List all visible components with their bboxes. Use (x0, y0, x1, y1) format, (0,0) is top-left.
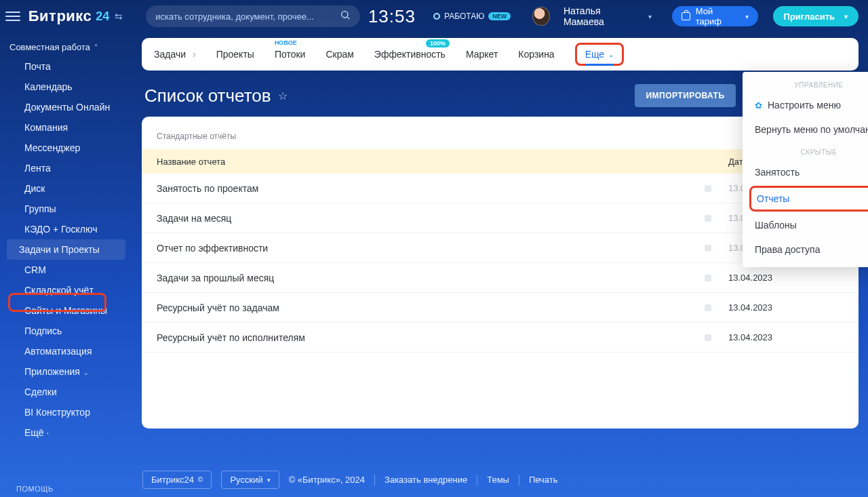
footer-link-order[interactable]: Заказать внедрение (384, 475, 467, 485)
status-text: РАБОТАЮ (444, 12, 484, 21)
chevron-down-icon: ⌄ (608, 51, 614, 58)
new-badge: NEW (488, 12, 511, 20)
tab-flows-label: Потоки (275, 49, 306, 60)
row-name: Отчет по эффективности (157, 243, 688, 254)
row-check[interactable] (688, 332, 728, 343)
dd-configure-menu[interactable]: ✿ Настроить меню (743, 93, 868, 117)
sidebar-item-1[interactable]: Календарь (5, 77, 127, 97)
sidebar-item-17[interactable]: BI Конструктор (5, 402, 127, 422)
search-icon[interactable] (340, 9, 351, 23)
sidebar-item-18[interactable]: Ещё · (5, 422, 127, 443)
sidebar-section-label: Совместная работа (9, 42, 90, 52)
sidebar-item-5[interactable]: Лента (5, 158, 127, 178)
search-input[interactable] (155, 12, 340, 22)
tab-efficiency[interactable]: Эффективность 100% (374, 49, 446, 60)
dd-reset-menu[interactable]: Вернуть меню по умолчанию (743, 117, 868, 142)
sidebar-item-11[interactable]: Складской учёт (5, 280, 127, 300)
tab-efficiency-label: Эффективность (374, 49, 446, 60)
star-icon[interactable]: ☆ (278, 90, 288, 102)
tariff-button[interactable]: Мой тариф ▾ (672, 6, 757, 26)
sidebar-item-10[interactable]: CRM (5, 260, 127, 280)
table-row[interactable]: Задачи за прошлый месяц13.04.2023 (142, 263, 859, 293)
tab-scrum[interactable]: Скрам (326, 49, 353, 60)
row-check[interactable] (688, 213, 728, 224)
more-menu-dropdown: УПРАВЛЕНИЕ ✿ Настроить меню Вернуть меню… (743, 72, 868, 267)
dd-item-templates[interactable]: Шаблоны (743, 213, 868, 237)
tab-projects[interactable]: Проекты (216, 49, 254, 60)
sidebar-item-3[interactable]: Компания (5, 117, 127, 138)
sidebar-item-7[interactable]: Группы (5, 199, 127, 219)
tab-tasks[interactable]: Задачи (154, 49, 196, 60)
chevron-up-icon: ˄ (94, 43, 98, 51)
tariff-label: Мой тариф (696, 6, 736, 26)
row-check[interactable] (688, 273, 728, 283)
tab-more-label: Еще (585, 49, 605, 60)
row-name: Ресурсный учёт по задачам (157, 302, 688, 313)
sidebar-item-2[interactable]: Документы Онлайн (5, 97, 127, 117)
new-sup: НОВОЕ (275, 39, 297, 46)
user-name[interactable]: Наталья Мамаева (564, 5, 636, 27)
eff-badge: 100% (426, 39, 450, 47)
briefcase-icon (682, 12, 690, 20)
footer-lang[interactable]: Русский ▾ (221, 471, 279, 489)
logo-24: 24 (96, 9, 109, 24)
sidebar-item-16[interactable]: Сделки (5, 382, 127, 402)
menu-toggle[interactable] (5, 8, 20, 24)
sidebar-section-collab[interactable]: Совместная работа ˄ (0, 38, 132, 56)
clock: 13:53 (368, 6, 416, 27)
main: Задачи Проекты Потоки НОВОЕ Скрам Эффект… (132, 33, 868, 497)
gear-icon: ✿ (755, 100, 762, 111)
footer-brand-label: Битрикс24 (151, 475, 194, 485)
dd-item-permissions[interactable]: Права доступа (743, 237, 868, 262)
row-date: 13.04.2023 (728, 273, 844, 283)
invite-button[interactable]: Пригласить ▾ (773, 6, 859, 26)
tabs-bar: Задачи Проекты Потоки НОВОЕ Скрам Эффект… (142, 38, 859, 71)
page-title: Список отчетов (144, 85, 271, 106)
dd-section-hidden: СКРЫТЫЕ (743, 142, 868, 160)
work-status[interactable]: РАБОТАЮ NEW (433, 12, 511, 21)
row-check[interactable] (688, 243, 728, 254)
tab-market[interactable]: Маркет (466, 49, 498, 60)
footer-lang-label: Русский (230, 475, 262, 485)
footer-link-print[interactable]: Печать (529, 475, 558, 485)
sidebar-item-14[interactable]: Автоматизация (5, 341, 127, 361)
footer-brand[interactable]: Битрикс24 © (142, 471, 212, 489)
separator (477, 475, 477, 485)
tab-trash[interactable]: Корзина (518, 49, 554, 60)
sidebar-item-12[interactable]: Сайты и Магазины (5, 300, 127, 321)
import-button[interactable]: ИМПОРТИРОВАТЬ (635, 84, 735, 107)
sidebar-item-0[interactable]: Почта (5, 56, 127, 77)
dd-item-reports[interactable]: Отчеты (749, 186, 868, 212)
record-icon (433, 13, 440, 20)
sidebar-item-6[interactable]: Диск (5, 178, 127, 199)
row-name: Задачи за прошлый месяц (157, 273, 688, 283)
chevron-down-icon: ▾ (844, 13, 848, 20)
col-name[interactable]: Название отчета (157, 157, 688, 167)
separator (519, 475, 519, 485)
chevron-down-icon[interactable]: ▾ (648, 13, 652, 20)
row-check[interactable] (688, 183, 728, 194)
sidebar-help[interactable]: помощь (16, 485, 54, 493)
sitemap-icon[interactable]: ⇆ (115, 11, 123, 22)
footer: Битрикс24 © Русский ▾ © «Битрикс», 2024 … (142, 471, 859, 489)
table-row[interactable]: Ресурсный учёт по исполнителям13.04.2023 (142, 323, 859, 353)
row-name: Задачи на месяц (157, 213, 688, 224)
tab-flows[interactable]: Потоки НОВОЕ (275, 49, 306, 60)
sidebar-item-9[interactable]: Задачи и Проекты (7, 239, 125, 260)
table-row[interactable]: Ресурсный учёт по задачам13.04.2023 (142, 293, 859, 323)
row-check[interactable] (688, 302, 728, 313)
chevron-down-icon: ▾ (745, 13, 749, 20)
svg-point-0 (342, 12, 348, 18)
avatar[interactable] (532, 7, 550, 26)
footer-link-themes[interactable]: Темы (487, 475, 509, 485)
tab-more[interactable]: Еще ⌄ (575, 43, 625, 66)
sidebar-item-8[interactable]: КЭДО + Госключ (5, 219, 127, 239)
logo[interactable]: Битрикс 24 ⇆ (28, 7, 123, 25)
sidebar-item-13[interactable]: Подпись (5, 321, 127, 341)
dd-section-manage: УПРАВЛЕНИЕ (743, 75, 868, 93)
dd-item-busy[interactable]: Занятость (743, 160, 868, 184)
sidebar-item-15[interactable]: Приложения (5, 361, 127, 382)
global-search[interactable] (146, 5, 360, 27)
row-name: Ресурсный учёт по исполнителям (157, 332, 688, 343)
sidebar-item-4[interactable]: Мессенджер (5, 138, 127, 158)
